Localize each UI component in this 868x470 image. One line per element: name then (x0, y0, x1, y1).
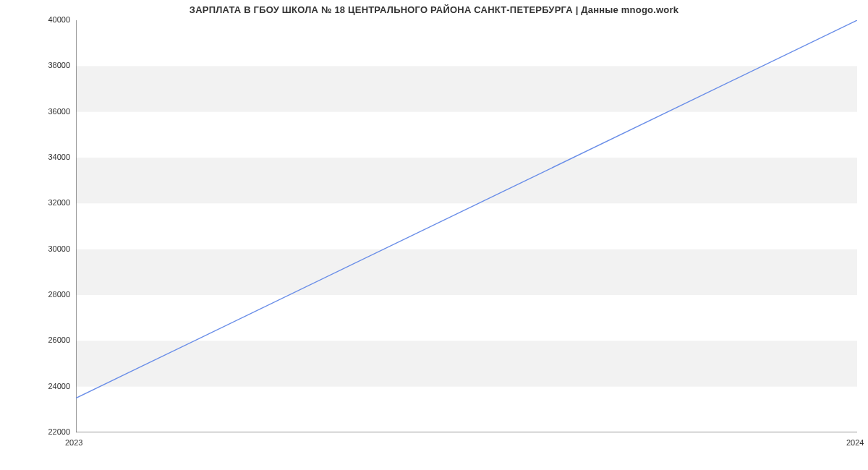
y-tick-label: 36000 (48, 107, 70, 116)
svg-rect-1 (76, 249, 857, 295)
y-tick-label: 30000 (48, 244, 70, 253)
y-tick-label: 40000 (48, 15, 70, 24)
svg-rect-0 (76, 341, 857, 386)
grid-bands (76, 66, 857, 386)
x-tick-label: 2024 (846, 438, 864, 447)
y-tick-label: 24000 (48, 382, 70, 390)
y-tick-label: 28000 (48, 290, 70, 299)
x-tick-label: 2023 (65, 438, 82, 447)
y-tick-label: 26000 (48, 336, 70, 344)
plot-area (76, 20, 857, 432)
y-tick-label: 32000 (48, 198, 70, 207)
chart-container: ЗАРПЛАТА В ГБОУ ШКОЛА № 18 ЦЕНТРАЛЬНОГО … (0, 0, 868, 470)
y-tick-label: 38000 (48, 61, 70, 69)
y-tick-label: 34000 (48, 153, 70, 161)
svg-rect-2 (76, 158, 857, 203)
svg-rect-3 (76, 66, 857, 111)
y-tick-label: 22000 (48, 427, 70, 436)
chart-title: ЗАРПЛАТА В ГБОУ ШКОЛА № 18 ЦЕНТРАЛЬНОГО … (0, 4, 868, 15)
